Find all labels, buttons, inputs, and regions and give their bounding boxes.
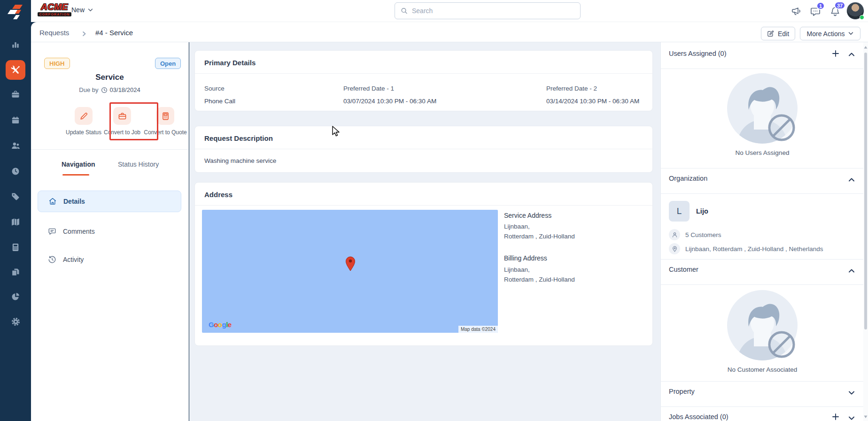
new-menu-label: New xyxy=(71,6,85,14)
sidebar-item-work-orders[interactable] xyxy=(6,60,25,80)
primary-details-card: Primary Details Source Phone Call Prefer… xyxy=(194,50,653,111)
no-user-avatar-placeholder xyxy=(727,73,798,144)
users-icon xyxy=(11,141,21,151)
edit-button-label: Edit xyxy=(778,30,789,38)
nav-item-details-label: Details xyxy=(63,198,85,205)
organization-name[interactable]: Lijo xyxy=(696,207,708,215)
nav-item-comments[interactable]: Comments xyxy=(38,221,181,242)
sidebar-item-quotes[interactable] xyxy=(6,238,25,257)
pie-chart-icon xyxy=(11,292,20,301)
edit-button[interactable]: Edit xyxy=(761,27,795,40)
jobs-expand-chevron-down-icon[interactable] xyxy=(847,413,856,421)
sidebar-item-jobs[interactable] xyxy=(6,85,25,104)
tag-icon xyxy=(11,192,20,201)
nav-item-activity-label: Activity xyxy=(63,256,84,263)
customer-collapse-chevron-up-icon[interactable] xyxy=(847,266,856,276)
tab-navigation[interactable]: Navigation xyxy=(62,161,95,168)
primary-details-title: Primary Details xyxy=(204,59,256,67)
divider xyxy=(195,73,652,74)
organization-collapse-chevron-up-icon[interactable] xyxy=(847,175,856,184)
pencil-icon xyxy=(75,107,93,125)
add-user-button[interactable] xyxy=(831,49,840,58)
service-address-label: Service Address xyxy=(504,212,551,219)
nav-item-details[interactable]: Details xyxy=(38,191,181,212)
property-expand-chevron-down-icon[interactable] xyxy=(847,388,856,398)
comment-icon xyxy=(48,227,56,236)
clock-icon xyxy=(101,87,108,93)
breadcrumb-chevron-icon xyxy=(81,31,87,37)
divider xyxy=(195,149,652,149)
new-menu-button[interactable]: New xyxy=(71,6,93,14)
announcements-icon[interactable] xyxy=(791,6,802,17)
convert-to-job-label: Convert to Job xyxy=(104,129,140,136)
address-card-title: Address xyxy=(204,191,232,199)
scrollbar-up-arrow[interactable] xyxy=(864,46,868,49)
sidebar-item-settings[interactable] xyxy=(6,312,25,331)
google-logo-letter: G xyxy=(209,321,214,329)
tab-status-history[interactable]: Status History xyxy=(118,161,159,168)
search-icon xyxy=(401,7,408,15)
google-logo-letter: e xyxy=(228,321,232,329)
sidebar-item-customers[interactable] xyxy=(6,136,25,155)
company-logo-subtext: CORPORATION xyxy=(38,12,71,16)
status-badge: Open xyxy=(155,58,181,69)
google-logo[interactable]: Google xyxy=(209,321,232,329)
company-logo[interactable]: ACME CORPORATION xyxy=(38,2,71,16)
divider xyxy=(661,69,864,69)
copy-pages-icon xyxy=(11,268,20,277)
breadcrumb-requests[interactable]: Requests xyxy=(39,29,69,37)
sidebar-item-schedule[interactable] xyxy=(6,111,25,130)
sidebar-item-tags[interactable] xyxy=(6,187,25,206)
scrollbar-thumb[interactable] xyxy=(864,53,867,329)
field-label-source: Source xyxy=(204,85,225,92)
users-assigned-title: Users Assigned (0) xyxy=(669,50,727,57)
nav-item-activity[interactable]: Activity xyxy=(38,249,181,270)
calculator-icon xyxy=(11,243,20,252)
convert-to-quote-label: Convert to Quote xyxy=(144,129,186,136)
sidebar-item-documents[interactable] xyxy=(6,263,25,282)
billing-address-line2: Rotterdam , Zuid-Holland xyxy=(504,276,575,283)
more-actions-button[interactable]: More Actions xyxy=(800,27,860,40)
gear-icon xyxy=(11,317,21,327)
google-map[interactable]: Google Map data ©2024 xyxy=(202,210,498,333)
organization-customers-count: 5 Customers xyxy=(685,231,721,238)
page-header-bar xyxy=(31,22,868,42)
sidebar-item-reports[interactable] xyxy=(6,287,25,306)
organization-address: Lijnbaan, Rotterdam , Zuid-Holland , Net… xyxy=(685,245,823,253)
calendar-icon xyxy=(11,115,20,125)
property-title: Property xyxy=(669,388,695,395)
home-icon xyxy=(48,197,57,206)
field-label-preferred-date-2: Preferred Date - 2 xyxy=(546,85,597,92)
active-tab-underline xyxy=(62,174,89,176)
global-search[interactable] xyxy=(395,2,581,19)
customer-title: Customer xyxy=(669,266,698,273)
no-customer-avatar-placeholder xyxy=(727,290,798,360)
tools-icon xyxy=(10,65,21,75)
convert-to-quote-button[interactable]: Convert to Quote xyxy=(143,107,188,136)
sidebar-item-map[interactable] xyxy=(6,213,25,231)
search-input[interactable] xyxy=(412,7,574,15)
due-by-label: Due by xyxy=(79,86,98,93)
calculator-icon xyxy=(156,107,174,125)
convert-to-job-button[interactable]: Convert to Job xyxy=(100,107,145,136)
service-address-line1: Lijnbaan, xyxy=(504,223,530,230)
sidebar-item-timesheets[interactable] xyxy=(6,162,25,181)
sidebar-item-dashboard[interactable] xyxy=(6,35,25,54)
clock-icon xyxy=(11,167,20,176)
organization-title: Organization xyxy=(669,175,707,182)
service-address-line2: Rotterdam , Zuid-Holland xyxy=(504,233,575,240)
divider xyxy=(661,406,864,407)
users-assigned-collapse-chevron-up-icon[interactable] xyxy=(847,50,856,59)
map-pin-icon xyxy=(345,254,356,271)
notifications-badge: 37 xyxy=(834,1,845,9)
organization-avatar: L xyxy=(669,201,690,222)
related-info-panel: Users Assigned (0) No Users Assigned Org… xyxy=(660,42,868,421)
google-logo-letter: o xyxy=(214,321,218,329)
billing-address-label: Billing Address xyxy=(504,254,547,262)
google-logo-letter: o xyxy=(218,321,222,329)
add-job-button[interactable] xyxy=(831,412,840,421)
scrollbar-down-arrow[interactable] xyxy=(864,415,868,419)
app-logo[interactable] xyxy=(5,2,25,21)
field-value-source: Phone Call xyxy=(204,98,235,105)
map-icon xyxy=(11,217,20,227)
